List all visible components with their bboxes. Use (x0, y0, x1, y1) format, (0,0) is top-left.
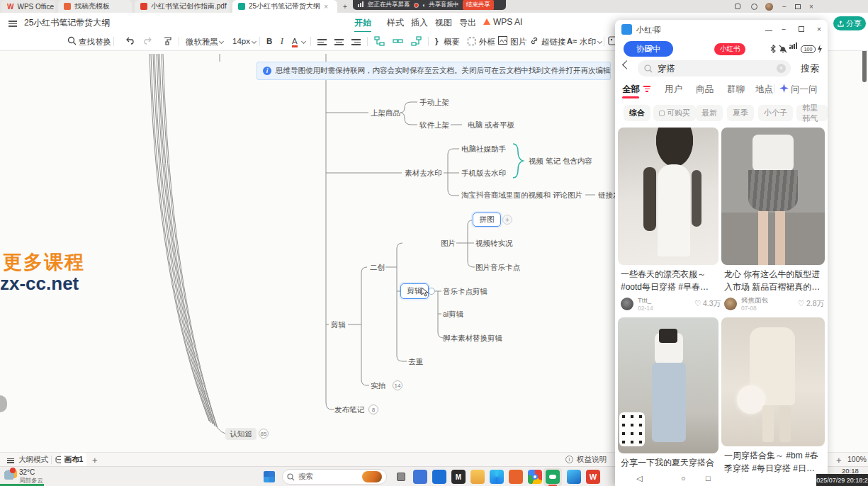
find-replace-button[interactable]: 查找替换 (79, 37, 111, 47)
stop-share-button[interactable]: 结束共享 (463, 0, 494, 10)
undo-icon[interactable] (125, 36, 135, 45)
collapsed-count-badge[interactable]: 8 (368, 405, 378, 414)
tab-groups[interactable]: 群聊 (727, 84, 745, 96)
hyperlink-button[interactable]: 超链接 (541, 37, 566, 47)
summary-button[interactable]: 概要 (444, 37, 460, 47)
map-node-jiaoben[interactable]: 脚本素材替换剪辑 (443, 333, 502, 343)
heart-icon[interactable]: ♡ (694, 299, 701, 307)
image-icon[interactable] (498, 36, 507, 45)
map-node-shouji[interactable]: 手机版去水印 (461, 168, 506, 178)
align-right-icon[interactable] (351, 38, 361, 47)
clear-search-icon[interactable]: × (777, 64, 786, 73)
close-icon[interactable]: × (324, 3, 328, 11)
avatar[interactable] (764, 1, 774, 11)
chevron-down-icon[interactable] (597, 39, 602, 44)
align-center-icon[interactable] (334, 38, 344, 47)
note-user[interactable]: Tttt_ (638, 297, 651, 304)
search-button[interactable]: 搜索 (801, 62, 819, 75)
hyperlink-icon[interactable] (530, 36, 539, 45)
tab-goods[interactable]: 商品 (696, 84, 714, 96)
add-sibling-button[interactable]: + (502, 215, 512, 225)
collapsed-count-badge[interactable]: 85 (259, 429, 269, 439)
menu-view[interactable]: 视图 (435, 17, 452, 29)
canvas-tab[interactable]: 画布1 (61, 453, 86, 467)
add-canvas-button[interactable]: + (92, 455, 98, 465)
chip-korean[interactable]: 韩里韩气 (796, 105, 828, 121)
align-left-icon[interactable] (317, 38, 327, 47)
map-node-quzhong[interactable]: 去重 (408, 356, 423, 366)
chip-all[interactable]: 综合 (624, 105, 650, 121)
edge-icon[interactable] (490, 470, 504, 484)
note-title[interactable]: 分享一下我的夏天穿搭合 (621, 456, 716, 469)
start-button[interactable] (264, 471, 275, 482)
map-node-tupian[interactable]: 图片 (441, 238, 456, 248)
share-button[interactable]: 分享 (833, 16, 866, 30)
insert-parent-node-icon[interactable] (411, 36, 422, 46)
chevron-down-icon[interactable] (252, 39, 257, 44)
map-node-ruanjian[interactable]: 软件上架 (419, 120, 449, 130)
tab-wps-home[interactable]: W WPS Office (1, 0, 55, 13)
watermark-button[interactable]: 水印 (580, 37, 596, 47)
map-node-shipai[interactable]: 实拍 (371, 380, 385, 390)
map-node-jianji-left[interactable]: 剪辑 (331, 320, 346, 329)
menu-start[interactable]: 开始 (354, 17, 371, 33)
chevron-down-icon[interactable] (301, 39, 306, 44)
map-node-diannao[interactable]: 电脑 或者平板 (468, 120, 514, 130)
font-size-select[interactable]: 14px (232, 37, 250, 45)
note-image[interactable] (618, 128, 718, 265)
media-player-icon[interactable]: M (451, 470, 466, 484)
outline-mode-icon[interactable] (7, 457, 14, 464)
chip-newest[interactable]: 最新 (696, 105, 723, 121)
map-node-baohan[interactable]: 视频 笔记 包含内容 (529, 156, 592, 166)
map-node-shoudong[interactable]: 手动上架 (419, 97, 449, 107)
phone-minimize-button[interactable]: − (778, 23, 789, 35)
avatar[interactable] (724, 298, 737, 310)
note-image[interactable] (721, 317, 825, 446)
map-node-pintu-selected[interactable]: 拼图 (473, 213, 501, 227)
wps-office-icon[interactable]: W (586, 470, 600, 484)
redo-icon[interactable] (143, 36, 153, 45)
font-family-select[interactable]: 微软雅黑 (186, 37, 218, 47)
menu-wps-ai[interactable]: WPS AI (493, 17, 522, 27)
menu-style[interactable]: 样式 (387, 17, 404, 29)
map-node-aijianji[interactable]: ai剪辑 (443, 309, 463, 319)
map-node-shemei[interactable]: 电脑社媒助手 (461, 144, 506, 154)
search-input[interactable]: 穿搭 × (638, 60, 791, 77)
map-node-fabu[interactable]: 发布笔记 (334, 405, 364, 414)
globe-icon[interactable] (749, 1, 759, 11)
file-explorer-icon[interactable] (470, 470, 485, 484)
chip-petite[interactable]: 小个子 (758, 105, 793, 121)
format-painter-icon[interactable] (163, 36, 172, 45)
map-node-renzhi[interactable]: 认知篇 (225, 428, 257, 440)
phone-menu-icon[interactable] (760, 23, 771, 35)
wps-cloud-icon-active[interactable] (546, 470, 560, 484)
note-user[interactable]: 烤焦面包 (741, 297, 768, 304)
map-node-sucai[interactable]: 素材去水印 (405, 168, 442, 178)
rights-link[interactable]: 权益说明 (577, 455, 607, 465)
outline-mode-button[interactable]: 大纲模式 (18, 455, 48, 465)
insert-sibling-node-icon[interactable] (374, 36, 385, 46)
menu-insert[interactable]: 插入 (411, 17, 428, 29)
map-node-shipinzhuan[interactable]: 视频转实况 (475, 238, 513, 248)
chrome-icon[interactable] (528, 470, 542, 484)
collapsed-count-badge[interactable]: 14 (393, 380, 402, 390)
map-node-taobao[interactable]: 淘宝抖音商域里面的视频和 评论图片 (461, 190, 582, 200)
menu-export[interactable]: 导出 (459, 17, 476, 29)
map-node-shangjia[interactable]: 上架商品 (371, 108, 400, 118)
search-icon[interactable] (67, 36, 77, 45)
map-node-kadian[interactable]: 图片音乐卡点 (475, 262, 520, 272)
workspace-icon[interactable] (733, 1, 743, 11)
taskbar-search[interactable]: 搜索 (282, 469, 387, 485)
back-chevron-icon[interactable] (622, 60, 631, 69)
avatar[interactable] (621, 298, 633, 310)
image-button[interactable]: 图片 (510, 37, 526, 47)
note-image[interactable] (721, 128, 825, 265)
phone-restore-button[interactable] (796, 23, 807, 35)
main-menu-icon[interactable] (9, 19, 17, 28)
chevron-down-icon[interactable] (219, 39, 224, 44)
map-node-yinyue[interactable]: 音乐卡点剪辑 (443, 286, 487, 296)
store-icon[interactable] (432, 470, 446, 484)
tab-template[interactable]: 找稿壳模板 (58, 0, 132, 13)
tab-pdf-guide[interactable]: 小红书笔记创作指南.pdf (135, 0, 230, 13)
task-view-icon[interactable] (394, 470, 408, 484)
